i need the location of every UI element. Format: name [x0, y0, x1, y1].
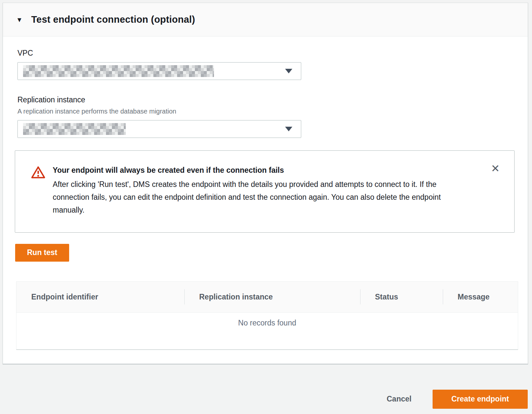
run-test-button[interactable]: Run test [15, 244, 69, 262]
form-footer-actions: Cancel Create endpoint [0, 390, 528, 409]
vpc-label: VPC [17, 48, 515, 58]
column-header-message: Message [443, 282, 518, 312]
test-results-table: Endpoint identifier Replication instance… [16, 281, 518, 350]
replication-instance-select[interactable] [17, 120, 301, 138]
vpc-field: VPC [17, 48, 515, 80]
connection-warning-flash: Your endpoint will always be created eve… [15, 150, 515, 233]
warning-body: After clicking 'Run test', DMS creates t… [53, 178, 475, 217]
replication-instance-label: Replication instance [17, 95, 515, 105]
caret-down-icon [285, 127, 292, 131]
create-endpoint-button[interactable]: Create endpoint [433, 390, 528, 409]
table-empty-state: No records found [16, 313, 518, 349]
column-header-endpoint-identifier: Endpoint identifier [16, 282, 184, 312]
close-icon[interactable]: ✕ [491, 163, 500, 174]
warning-triangle-icon [31, 166, 45, 179]
no-records-text: No records found [238, 319, 296, 327]
panel-body: VPC Replication instance A replication i… [3, 37, 528, 364]
warning-title: Your endpoint will always be created eve… [53, 165, 475, 175]
column-header-replication-instance: Replication instance [184, 282, 360, 312]
column-header-status: Status [360, 282, 443, 312]
replication-instance-field: Replication instance A replication insta… [17, 95, 515, 138]
collapse-triangle-icon: ▼ [16, 16, 23, 23]
test-endpoint-connection-panel: ▼ Test endpoint connection (optional) VP… [3, 3, 528, 364]
replication-instance-description: A replication instance performs the data… [17, 106, 515, 116]
caret-down-icon [285, 69, 292, 73]
panel-expander[interactable]: ▼ Test endpoint connection (optional) [3, 3, 528, 37]
vpc-select[interactable] [17, 62, 301, 80]
warning-text-block: Your endpoint will always be created eve… [53, 165, 475, 217]
cancel-button[interactable]: Cancel [386, 390, 412, 408]
table-header-row: Endpoint identifier Replication instance… [16, 282, 518, 313]
vpc-redacted-value [23, 65, 214, 77]
panel-title: Test endpoint connection (optional) [31, 14, 195, 25]
replication-instance-redacted-value [23, 123, 126, 135]
